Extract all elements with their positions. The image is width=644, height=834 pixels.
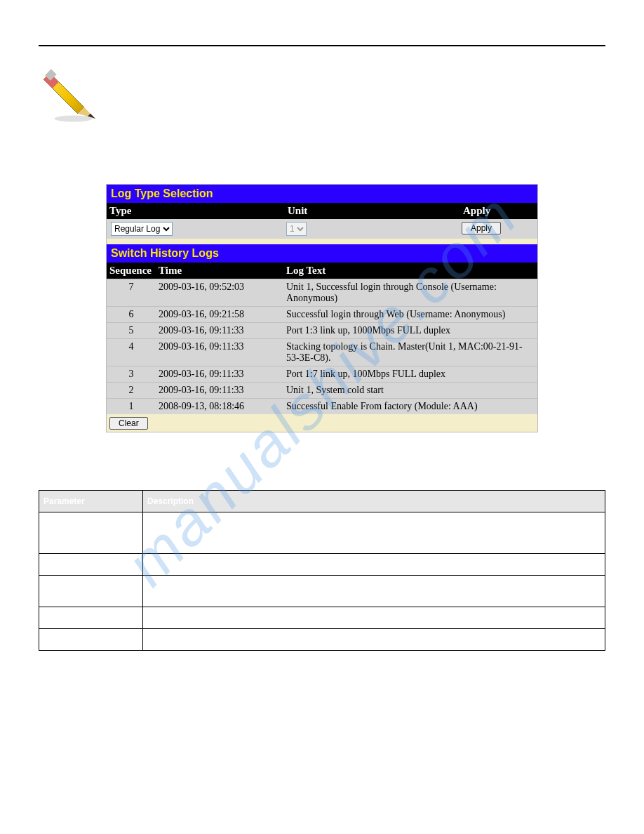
param-desc: Displays the time in days, hours, and mi… [143,607,605,629]
page-number: 320 [39,672,605,680]
cell-seq: 4 [107,339,156,366]
table-row: 62009-03-16, 09:21:58Successful login th… [107,306,537,322]
history-header-text: Log Text [283,263,537,279]
param-row: TimeDisplays the time in days, hours, an… [39,607,605,629]
cell-text: Unit 1, System cold start [283,383,537,398]
header-apply: Apply [460,203,537,219]
param-desc: Displays text describing the event that … [143,629,605,651]
param-row: SequenceA counter incremented whenever a… [39,576,605,607]
cell-seq: 3 [107,366,156,382]
cell-seq: 2 [107,383,156,398]
cell-text: Port 1:3 link up, 1000Mbps FULL duplex [283,323,537,338]
cell-time: 2008-09-13, 08:18:46 [156,399,283,414]
cell-time: 2009-03-16, 09:11:33 [156,339,283,366]
log-type-title: Log Type Selection [107,185,537,203]
apply-button[interactable]: Apply [462,222,501,234]
pencil-icon [39,62,102,125]
cell-time: 2009-03-16, 09:11:33 [156,323,283,338]
nav-path: To view this window, click Monitoring > … [39,166,605,176]
log-type-controls: Regular Log 1 Apply [107,219,537,239]
history-header-time: Time [156,263,283,279]
param-desc: A counter incremented whenever an entry … [143,576,605,607]
history-footer: Clear [107,414,537,432]
table-row: 22009-03-16, 09:11:33Unit 1, System cold… [107,382,537,398]
table-row: 12008-09-13, 08:18:46Successful Enable F… [107,398,537,414]
note-text: NOTE: For detailed information regarding… [107,67,605,91]
cell-seq: 7 [107,279,156,306]
param-header: Parameter [39,491,143,512]
unit-select[interactable]: 1 [286,222,307,236]
param-desc: Choose the type of log to view. There ar… [143,512,605,554]
param-name: Log Text [39,629,143,651]
svg-point-5 [55,116,93,122]
parameter-table: Parameter Description TypeChoose the typ… [39,490,605,651]
history-header-row: Sequence Time Log Text [107,263,537,279]
history-rows: 72009-03-16, 09:52:03Unit 1, Successful … [107,279,537,414]
manual-page: manualshive.com [0,0,644,708]
cell-text: Stacking topology is Chain. Master(Unit … [283,339,537,366]
param-name: Sequence [39,576,143,607]
cell-text: Successful Enable From factory (Module: … [283,399,537,414]
param-row: Log TextDisplays text describing the eve… [39,629,605,651]
cell-time: 2009-03-16, 09:11:33 [156,366,283,382]
header-divider [39,45,605,46]
cell-seq: 5 [107,323,156,338]
cell-text: Unit 1, Successful login through Console… [283,279,537,306]
note-label: NOTE: [107,68,133,78]
cell-time: 2009-03-16, 09:52:03 [156,279,283,306]
header-type: Type [107,203,285,219]
cell-seq: 1 [107,399,156,414]
param-row: TypeChoose the type of log to view. Ther… [39,512,605,554]
param-desc: Choose the Unit ID of the switch in the … [143,554,605,576]
type-select[interactable]: Regular Log [111,222,173,236]
param-name: Time [39,607,143,629]
table-row: 32009-03-16, 09:11:33Port 1:7 link up, 1… [107,366,537,382]
cell-text: Port 1:7 link up, 100Mbps FULL duplex [283,366,537,382]
figure-caption: Figure 11- 29. Switch Log window [39,442,605,452]
log-type-header-row: Type Unit Apply [107,203,537,219]
history-header-seq: Sequence [107,263,156,279]
param-row: UnitChoose the Unit ID of the switch in … [39,554,605,576]
section-intro: The Web manager allows the Switch's hist… [39,139,605,159]
param-name: Type [39,512,143,554]
clear-button[interactable]: Clear [109,417,148,430]
cell-time: 2009-03-16, 09:21:58 [156,307,283,322]
desc-header: Description [143,491,605,512]
param-name: Unit [39,554,143,576]
table-row: 52009-03-16, 09:11:33Port 1:3 link up, 1… [107,322,537,338]
description-intro: The Switch can record event information … [39,463,605,483]
history-title: Switch History Logs [107,244,537,263]
note-body: For detailed information regarding Log e… [107,68,590,90]
note-block: NOTE: For detailed information regarding… [39,62,605,125]
cell-time: 2009-03-16, 09:11:33 [156,383,283,398]
switch-log-screenshot: Log Type Selection Type Unit Apply Regul… [106,184,538,432]
spacer [107,239,537,244]
table-row: 72009-03-16, 09:52:03Unit 1, Successful … [107,279,537,306]
header-unit: Unit [285,203,460,219]
cell-seq: 6 [107,307,156,322]
cell-text: Successful login through Web (Username: … [283,307,537,322]
table-row: 42009-03-16, 09:11:33Stacking topology i… [107,338,537,366]
